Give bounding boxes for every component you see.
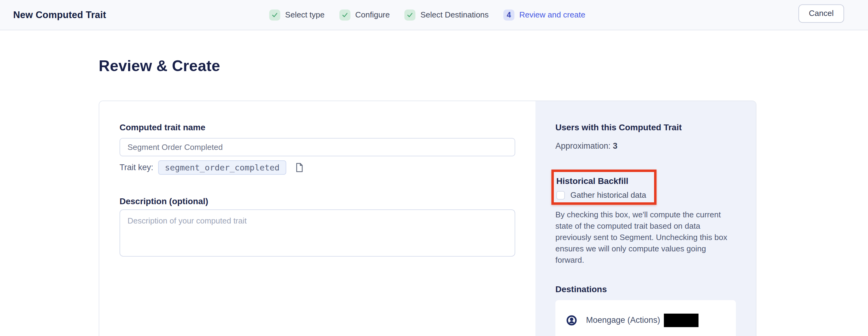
trait-name-input[interactable] bbox=[120, 138, 515, 156]
step-label: Select type bbox=[285, 10, 324, 20]
moengage-icon bbox=[566, 315, 577, 326]
backfill-description: By checking this box, we'll compute the … bbox=[555, 209, 733, 266]
description-textarea[interactable] bbox=[120, 209, 515, 256]
review-card: Computed trait name Trait key: segment_o… bbox=[99, 100, 756, 336]
destinations-heading: Destinations bbox=[555, 284, 738, 295]
wizard-steps: Select type Configure Select Destination… bbox=[269, 9, 585, 21]
historical-backfill-heading: Historical Backfill bbox=[556, 176, 651, 187]
page-title: New Computed Trait bbox=[13, 9, 106, 21]
approximation-label: Approximation: bbox=[555, 141, 611, 151]
cancel-button[interactable]: Cancel bbox=[799, 4, 844, 23]
check-icon bbox=[339, 9, 350, 21]
check-icon bbox=[405, 9, 415, 21]
destination-card: Moengage (Actions) bbox=[555, 300, 736, 336]
redacted-text bbox=[664, 314, 699, 327]
step-review-and-create[interactable]: 4 Review and create bbox=[503, 9, 585, 21]
review-page: Review & Create Computed trait name Trai… bbox=[0, 57, 868, 336]
check-icon bbox=[269, 9, 280, 21]
trait-key-row: Trait key: segment_order_completed bbox=[120, 160, 515, 175]
wizard-header: New Computed Trait Select type Configure… bbox=[0, 0, 868, 30]
step-label: Configure bbox=[355, 10, 390, 20]
backfill-checkbox-row: Gather historical data bbox=[556, 190, 651, 200]
trait-key-label: Trait key: bbox=[120, 163, 153, 172]
annotation-highlight: Historical Backfill Gather historical da… bbox=[551, 170, 656, 205]
approximation-value: 3 bbox=[613, 141, 618, 151]
step-select-type[interactable]: Select type bbox=[269, 9, 324, 21]
trait-key-chip: segment_order_completed bbox=[158, 160, 286, 175]
gather-historical-data-label[interactable]: Gather historical data bbox=[570, 190, 646, 200]
gather-historical-data-checkbox[interactable] bbox=[556, 191, 565, 200]
review-create-heading: Review & Create bbox=[99, 57, 868, 75]
description-label: Description (optional) bbox=[120, 196, 515, 207]
trait-form-section: Computed trait name Trait key: segment_o… bbox=[99, 101, 535, 336]
step-label: Review and create bbox=[519, 10, 585, 20]
step-configure[interactable]: Configure bbox=[339, 9, 390, 21]
trait-name-label: Computed trait name bbox=[120, 122, 515, 133]
step-number-badge: 4 bbox=[503, 9, 514, 21]
destination-name: Moengage (Actions) bbox=[586, 315, 660, 325]
copy-icon[interactable] bbox=[296, 163, 304, 172]
step-select-destinations[interactable]: Select Destinations bbox=[405, 9, 489, 21]
summary-panel: Users with this Computed Trait Approxima… bbox=[535, 101, 756, 336]
approximation-row: Approximation: 3 bbox=[555, 141, 738, 151]
users-heading: Users with this Computed Trait bbox=[555, 122, 738, 133]
step-label: Select Destinations bbox=[421, 10, 489, 20]
